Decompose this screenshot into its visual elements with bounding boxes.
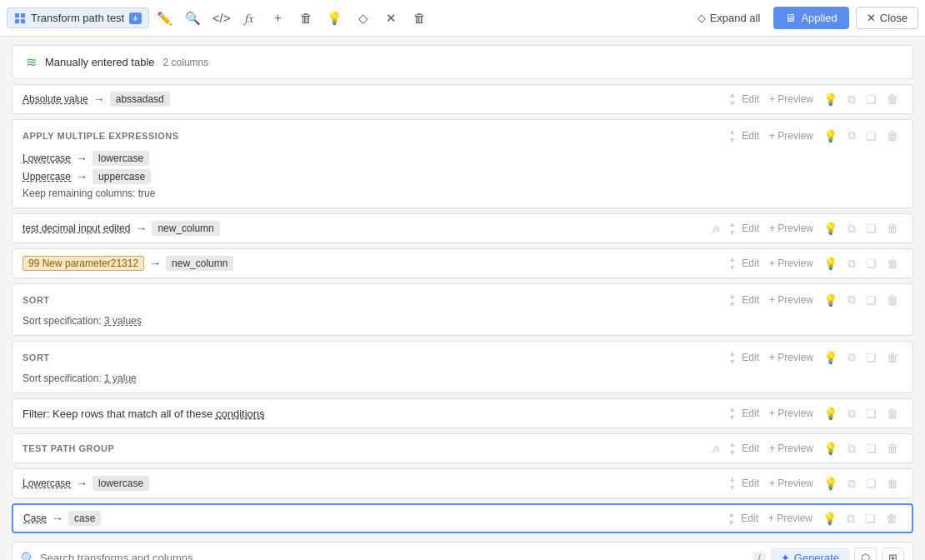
delete-action-s2[interactable]: 🗑 xyxy=(882,349,902,366)
up-down-icons-filter[interactable]: ▲▼ xyxy=(728,405,736,422)
duplicate-action-tpg[interactable]: ❏ xyxy=(862,440,881,457)
plus-preview[interactable]: + Preview xyxy=(765,92,818,107)
edit-action-lc2[interactable]: Edit xyxy=(738,476,763,491)
export-icon-btn[interactable]: ⬡ xyxy=(854,548,877,560)
applied-button[interactable]: 🖥 Applied xyxy=(773,7,848,29)
settings-icon-btn[interactable]: ⊞ xyxy=(882,548,904,560)
edit-action-param[interactable]: Edit xyxy=(738,256,763,271)
edit-action-td[interactable]: Edit xyxy=(738,221,763,236)
duplicate-action-case[interactable]: ❏ xyxy=(861,510,880,527)
transform-row-filter: Filter: Keep rows that match all of thes… xyxy=(12,398,913,428)
duplicate-action-s2[interactable]: ❏ xyxy=(862,349,881,366)
duplicate-action-lc2[interactable]: ❏ xyxy=(862,475,881,492)
lightbulb-action-tpg[interactable]: 💡 xyxy=(819,440,842,457)
conditions-link[interactable]: conditions xyxy=(216,408,265,420)
edit-action-case[interactable]: Edit xyxy=(737,511,762,526)
lightbulb-action-s2[interactable]: 💡 xyxy=(819,349,842,366)
edit-action[interactable]: Edit xyxy=(738,92,763,107)
lightbulb-action-lc2[interactable]: 💡 xyxy=(819,475,842,492)
edit-action-am[interactable]: Edit xyxy=(738,128,763,143)
generate-label: Generate xyxy=(794,552,839,560)
copy-action-icon[interactable]: ⧉ xyxy=(843,91,860,108)
plus-preview-filter[interactable]: + Preview xyxy=(765,406,818,421)
lightbulb-action-td[interactable]: 💡 xyxy=(819,220,842,237)
edit-action-s2[interactable]: Edit xyxy=(738,350,763,365)
path-tab[interactable]: Transform path test + xyxy=(7,8,149,28)
copy-action-tpg[interactable]: ⧉ xyxy=(843,440,860,458)
duplicate-action-filter[interactable]: ❏ xyxy=(862,405,881,422)
plus-preview-s2[interactable]: + Preview xyxy=(765,350,818,365)
copy-action-td[interactable]: ⧉ xyxy=(843,220,860,238)
delete-action-am[interactable]: 🗑 xyxy=(882,128,902,144)
expand-all-button[interactable]: ◇ Expand all xyxy=(691,8,768,28)
close-button[interactable]: ✕ Close xyxy=(856,7,918,29)
copy-action-param[interactable]: ⧉ xyxy=(843,255,860,272)
trash-icon-btn[interactable]: 🗑 xyxy=(408,6,432,31)
output-lowercase2: lowercase xyxy=(92,476,149,491)
plus-preview-s1[interactable]: + Preview xyxy=(765,292,818,308)
up-down-icons-s2[interactable]: ▲▼ xyxy=(728,349,736,366)
search-input[interactable] xyxy=(40,552,748,560)
plus-preview-case[interactable]: + Preview xyxy=(764,511,817,526)
input-test-decimal[interactable]: test decimal input edited xyxy=(22,222,130,234)
lightbulb-action-param[interactable]: 💡 xyxy=(819,255,842,272)
up-down-icons-lc2[interactable]: ▲▼ xyxy=(728,475,736,492)
delete-action-lc2[interactable]: 🗑 xyxy=(882,475,902,492)
plus-preview-param[interactable]: + Preview xyxy=(765,256,818,271)
delete-action-tpg[interactable]: 🗑 xyxy=(882,440,902,457)
delete-action-td[interactable]: 🗑 xyxy=(882,220,902,237)
edit-icon-btn[interactable]: ✏️ xyxy=(152,6,178,31)
up-down-icons-td[interactable]: ▲▼ xyxy=(728,220,736,237)
sort-2-spec-link[interactable]: 1 value xyxy=(104,372,137,384)
copy-action-s1[interactable]: ⧉ xyxy=(843,291,860,308)
row-left: Absolute value → abssadasd xyxy=(22,92,728,107)
plus-preview-am[interactable]: + Preview xyxy=(765,128,818,143)
duplicate-action-td[interactable]: ❏ xyxy=(862,220,881,237)
add-icon-btn[interactable]: ＋ xyxy=(266,6,291,31)
copy-action-lc2[interactable]: ⧉ xyxy=(843,475,860,492)
search-icon-btn[interactable]: 🔍 xyxy=(181,6,206,31)
generate-button[interactable]: ✦ Generate xyxy=(771,548,849,560)
input-chip-absolute[interactable]: Absolute value xyxy=(22,93,88,105)
cancel-icon-btn[interactable]: ✕ xyxy=(379,6,404,31)
duplicate-action-icon[interactable]: ❏ xyxy=(862,91,881,108)
up-down-icons-s1[interactable]: ▲▼ xyxy=(728,292,736,308)
copy-action-filter[interactable]: ⧉ xyxy=(843,405,860,422)
lightbulb-action-icon[interactable]: 💡 xyxy=(819,91,842,108)
duplicate-action-s1[interactable]: ❏ xyxy=(862,292,881,308)
delete-action-icon[interactable]: 🗑 xyxy=(882,91,902,108)
duplicate-action-am[interactable]: ❏ xyxy=(862,128,881,144)
plus-preview-tpg[interactable]: + Preview xyxy=(765,441,818,456)
plus-preview-lc2[interactable]: + Preview xyxy=(765,476,818,491)
up-down-icons-param[interactable]: ▲▼ xyxy=(728,255,736,272)
lightbulb-action-case[interactable]: 💡 xyxy=(818,510,841,527)
copy-action-am[interactable]: ⧉ xyxy=(843,127,860,144)
lightbulb-action-filter[interactable]: 💡 xyxy=(819,405,842,422)
delete-action-param[interactable]: 🗑 xyxy=(882,255,902,272)
delete-icon-btn[interactable]: 🗑 xyxy=(294,6,319,31)
copy-action-s2[interactable]: ⧉ xyxy=(843,348,860,366)
duplicate-action-param[interactable]: ❏ xyxy=(862,255,881,272)
input-case[interactable]: Case xyxy=(23,512,47,524)
up-down-icons-case[interactable]: ▲▼ xyxy=(728,510,735,527)
sort-1-spec-link[interactable]: 3 values xyxy=(104,315,142,327)
code-icon-btn[interactable]: </> xyxy=(209,6,234,31)
row-actions-tpg: 𝑓𝑥 ▲▼ Edit + Preview 💡 ⧉ ❏ 🗑 xyxy=(708,440,902,458)
lightbulb-icon-btn[interactable]: 💡 xyxy=(322,6,348,31)
edit-action-tpg[interactable]: Edit xyxy=(738,441,763,456)
plus-preview-td[interactable]: + Preview xyxy=(765,221,818,236)
copy-action-case[interactable]: ⧉ xyxy=(842,510,859,528)
edit-action-filter[interactable]: Edit xyxy=(738,406,763,421)
up-down-icons-tpg[interactable]: ▲▼ xyxy=(728,440,736,457)
diamond-icon-btn[interactable]: ◇ xyxy=(351,6,376,31)
lightbulb-action-s1[interactable]: 💡 xyxy=(819,292,842,308)
delete-action-s1[interactable]: 🗑 xyxy=(882,292,902,308)
input-lowercase2[interactable]: Lowercase xyxy=(22,478,71,489)
delete-action-filter[interactable]: 🗑 xyxy=(882,405,902,422)
delete-action-case[interactable]: 🗑 xyxy=(882,510,902,527)
up-down-icons[interactable]: ▲▼ xyxy=(728,91,736,108)
up-down-icons-am[interactable]: ▲▼ xyxy=(728,128,736,144)
edit-action-s1[interactable]: Edit xyxy=(738,292,763,308)
fx-icon-btn[interactable]: 𝑓𝑥 xyxy=(238,6,262,31)
lightbulb-action-am[interactable]: 💡 xyxy=(819,128,842,144)
